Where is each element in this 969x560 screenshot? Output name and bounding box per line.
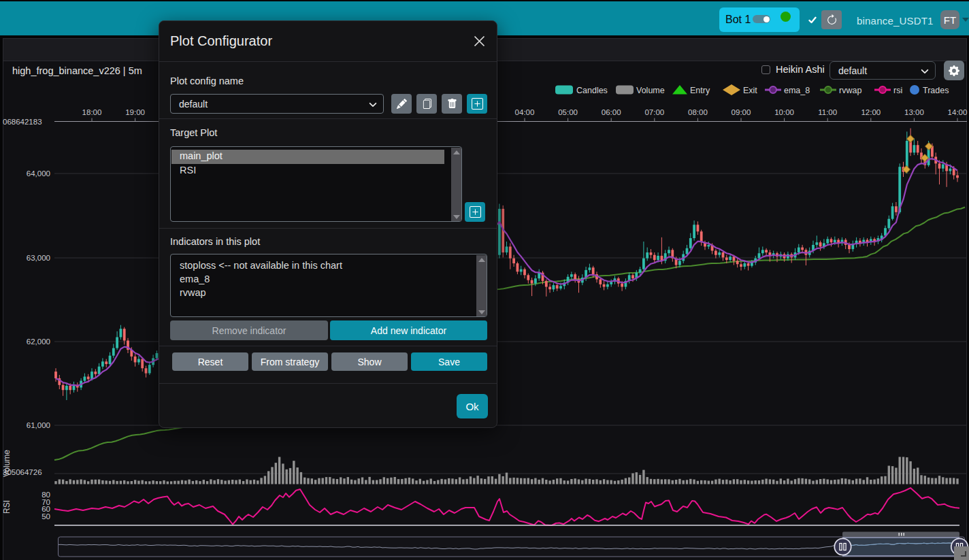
svg-text:64,000: 64,000 [27, 169, 50, 178]
svg-text:10:00: 10:00 [774, 108, 794, 116]
svg-text:14:00: 14:00 [948, 108, 968, 116]
svg-text:ema_8: ema_8 [784, 86, 810, 95]
svg-text:rvwap: rvwap [839, 86, 861, 95]
svg-text:068642183: 068642183 [3, 118, 42, 126]
svg-text:05:00: 05:00 [558, 108, 578, 116]
svg-text:07:00: 07:00 [644, 108, 664, 116]
svg-text:Volume: Volume [636, 86, 665, 95]
svg-text:13:00: 13:00 [904, 108, 924, 116]
svg-text:high_frog_binance_v226 | 5m: high_frog_binance_v226 | 5m [12, 65, 142, 76]
svg-text:18:00: 18:00 [82, 108, 102, 116]
svg-text:11:00: 11:00 [818, 108, 837, 116]
svg-text:Entry: Entry [690, 86, 710, 95]
svg-text:61,000: 61,000 [27, 421, 50, 429]
svg-text:rsi: rsi [893, 86, 902, 95]
svg-text:Exit: Exit [743, 86, 757, 95]
svg-text:12:00: 12:00 [861, 108, 881, 116]
svg-text:19:00: 19:00 [125, 108, 145, 116]
svg-text:08:00: 08:00 [688, 108, 708, 116]
svg-text:Trades: Trades [923, 86, 949, 95]
svg-text:Volume: Volume [2, 450, 12, 477]
svg-text:04:00: 04:00 [515, 108, 535, 116]
svg-text:50: 50 [42, 512, 50, 521]
svg-text:RSI: RSI [2, 500, 12, 514]
svg-text:63,000: 63,000 [27, 254, 50, 262]
svg-text:06:00: 06:00 [602, 108, 621, 116]
svg-text:62,000: 62,000 [27, 337, 50, 346]
svg-text:Candles: Candles [576, 86, 608, 95]
svg-text:09:00: 09:00 [732, 108, 751, 116]
